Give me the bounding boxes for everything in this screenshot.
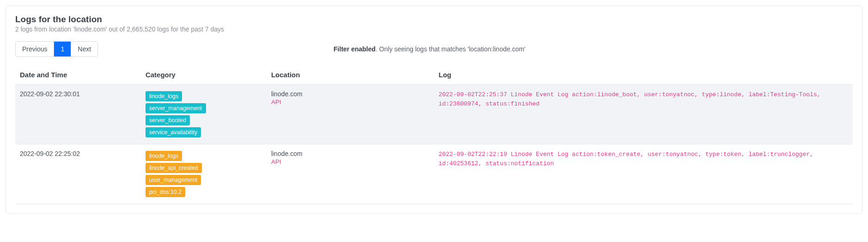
filter-text: . Only seeing logs that matches 'locatio… bbox=[376, 45, 525, 53]
location-main: linode.com bbox=[271, 150, 430, 157]
category-badge[interactable]: linode_api_created bbox=[146, 163, 202, 173]
cell-log: 2022-09-02T22:22:19 Linode Event Log act… bbox=[434, 144, 853, 204]
pagination: Previous 1 Next bbox=[15, 41, 98, 57]
category-badge[interactable]: linode_logs bbox=[146, 91, 182, 101]
next-button[interactable]: Next bbox=[71, 42, 97, 56]
log-text: 2022-09-02T22:25:37 Linode Event Log act… bbox=[438, 90, 848, 109]
category-badge[interactable]: service_availability bbox=[146, 127, 201, 137]
cell-category: linode_logslinode_api_createduser_manage… bbox=[141, 144, 267, 204]
category-badge[interactable]: user_management bbox=[146, 175, 201, 185]
location-sub: API bbox=[271, 99, 430, 105]
category-badge[interactable]: server_booted bbox=[146, 115, 190, 125]
table-row[interactable]: 2022-09-02 22:25:02linode_logslinode_api… bbox=[15, 144, 853, 204]
prev-button[interactable]: Previous bbox=[16, 42, 54, 56]
th-location: Location bbox=[267, 65, 434, 85]
cell-log: 2022-09-02T22:25:37 Linode Event Log act… bbox=[434, 85, 853, 144]
category-badge[interactable]: linode_logs bbox=[146, 151, 182, 161]
cell-date: 2022-09-02 22:30:01 bbox=[15, 85, 141, 144]
controls-row: Previous 1 Next Filter enabled. Only see… bbox=[15, 41, 853, 57]
th-log: Log bbox=[434, 65, 853, 85]
location-sub: API bbox=[271, 158, 430, 165]
cell-date: 2022-09-02 22:25:02 bbox=[15, 144, 141, 204]
cell-location: linode.comAPI bbox=[267, 85, 434, 144]
category-badge[interactable]: pci_dss:10.2 bbox=[146, 187, 185, 197]
th-category: Category bbox=[141, 65, 267, 85]
table-row[interactable]: 2022-09-02 22:30:01linode_logsserver_man… bbox=[15, 85, 853, 144]
logs-table: Date and Time Category Location Log 2022… bbox=[15, 65, 853, 204]
page-title: Logs for the location bbox=[15, 14, 853, 25]
cell-category: linode_logsserver_managementserver_boote… bbox=[141, 85, 267, 144]
filter-enabled-label: Filter enabled bbox=[334, 45, 376, 53]
cell-location: linode.comAPI bbox=[267, 144, 434, 204]
category-badge[interactable]: server_management bbox=[146, 103, 206, 113]
page-1-button[interactable]: 1 bbox=[54, 42, 71, 56]
page-subtitle: 2 logs from location 'linode.com' out of… bbox=[15, 25, 853, 33]
logs-card: Logs for the location 2 logs from locati… bbox=[6, 6, 862, 214]
log-text: 2022-09-02T22:22:19 Linode Event Log act… bbox=[438, 150, 848, 168]
filter-note: Filter enabled. Only seeing logs that ma… bbox=[98, 45, 853, 53]
th-date: Date and Time bbox=[15, 65, 141, 85]
location-main: linode.com bbox=[271, 90, 430, 98]
